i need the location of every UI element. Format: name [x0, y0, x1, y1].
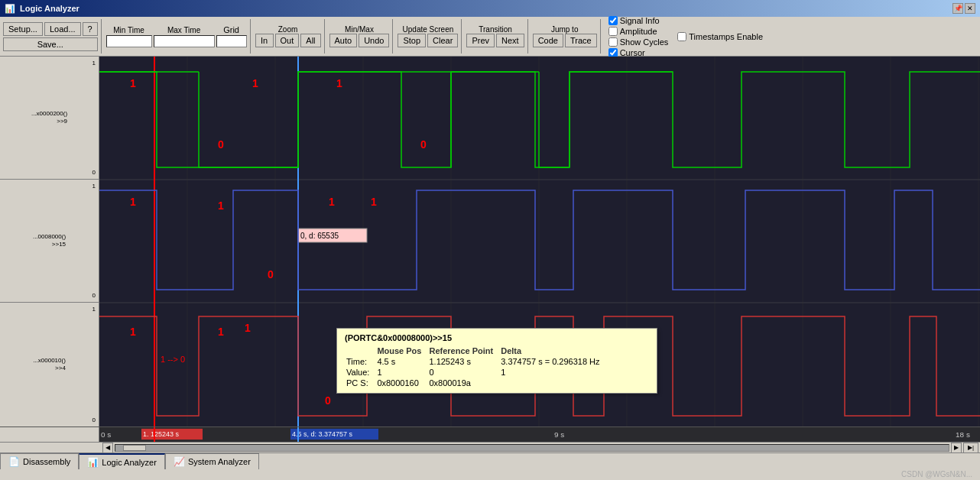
svg-text:1: 1 — [218, 326, 224, 338]
tooltip-time-ref: 1.125243 s — [427, 356, 499, 367]
signal-label-1: 1 ...0008000()>>15 0 — [0, 180, 99, 303]
tab-disassembly[interactable]: 📄 Disassembly — [0, 453, 79, 469]
zoom-out-button[interactable]: Out — [275, 34, 300, 47]
zoom-all-button[interactable]: All — [300, 34, 320, 47]
tooltip-time-label: Time: — [345, 356, 375, 367]
svg-text:1: 1 — [329, 196, 335, 208]
scroll-track[interactable] — [115, 444, 949, 452]
amplitude-checkbox[interactable] — [608, 27, 618, 36]
clear-button[interactable]: Clear — [427, 34, 458, 47]
load-button[interactable]: Load... — [44, 22, 81, 36]
title-bar: 📊 Logic Analyzer 📌 ✕ — [0, 0, 980, 17]
scroll-left-button[interactable]: ◀ — [102, 443, 113, 453]
prev-button[interactable]: Prev — [466, 34, 495, 47]
svg-text:0 s: 0 s — [101, 431, 111, 439]
transition-controls: Transition Prev Next — [466, 25, 524, 47]
setup-button[interactable]: Setup... — [3, 22, 43, 36]
svg-text:1. 125243 s: 1. 125243 s — [143, 431, 180, 439]
jumpto-buttons: Code Trace — [533, 34, 597, 47]
disassembly-icon: 📄 — [8, 456, 20, 467]
trace-button[interactable]: Trace — [565, 34, 597, 47]
title-bar-controls: 📌 ✕ — [952, 3, 975, 14]
system-analyzer-icon: 📈 — [174, 456, 185, 467]
signal-label-0: 1 ...x0000200()>>9 0 — [0, 57, 99, 180]
signal-tooltip: (PORTC&0x00008000)>>15 Mouse Pos Referen… — [336, 328, 657, 394]
max-time-input[interactable]: 38.28511 s — [154, 35, 215, 47]
pin-button[interactable]: 📌 — [952, 3, 963, 14]
min-time-input[interactable]: 0 s — [106, 35, 152, 47]
timeline-svg: 0 s 1. 125243 s 4.5 s, d: 3.374757 s 9 s… — [99, 427, 980, 442]
tooltip-pcs-mouse: 0x8000160 — [375, 378, 427, 388]
minmax-group: Min/Max Auto Undo — [329, 19, 394, 54]
svg-text:1: 1 — [130, 326, 136, 338]
help-button[interactable]: ? — [83, 22, 98, 36]
show-cycles-label: Show Cycles — [620, 37, 669, 47]
tooltip-value-ref: 0 — [427, 367, 499, 378]
signal-labels-panel: 1 ...x0000200()>>9 0 1 ...0008000()>>15 … — [0, 57, 99, 426]
save-button[interactable]: Save... — [3, 37, 98, 51]
code-button[interactable]: Code — [533, 34, 563, 47]
auto-button[interactable]: Auto — [329, 34, 358, 47]
svg-text:1: 1 — [371, 196, 377, 208]
update-label: Update Screen — [403, 25, 454, 34]
signal-info-checkbox[interactable] — [608, 16, 618, 25]
close-button[interactable]: ✕ — [965, 3, 975, 14]
tooltip-table: Mouse Pos Reference Point Delta Time: 4.… — [345, 345, 606, 388]
svg-text:0: 0 — [268, 268, 274, 281]
tooltip-value-mouse: 1 — [375, 367, 427, 378]
minmax-label: Min/Max — [345, 25, 374, 34]
svg-text:1: 1 — [336, 77, 342, 89]
stop-button[interactable]: Stop — [398, 34, 426, 47]
scroll-end-button[interactable]: ▶| — [963, 443, 978, 453]
transition-buttons: Prev Next — [466, 34, 524, 47]
next-button[interactable]: Next — [496, 34, 524, 47]
timestamps-checkbox[interactable] — [677, 32, 686, 41]
max-time-group: Max Time 38.28511 s — [154, 26, 215, 47]
toolbar: Setup... Load... ? Save... Min Time 0 s … — [0, 17, 980, 57]
min-time-group: Min Time 0 s — [106, 26, 152, 47]
cursor-row: Cursor — [608, 48, 669, 57]
status-bar: 📄 Disassembly 📊 Logic Analyzer 📈 System … — [0, 452, 980, 469]
svg-text:1: 1 — [245, 322, 251, 334]
grid-input[interactable]: 1 s — [216, 35, 247, 47]
svg-text:1: 1 — [252, 77, 258, 89]
tab-logic-analyzer[interactable]: 📊 Logic Analyzer — [79, 453, 165, 469]
tooltip-title: (PORTC&0x00008000)>>15 — [345, 333, 649, 342]
svg-text:18 s: 18 s — [956, 431, 970, 439]
tooltip-pcs-label: PC S: — [345, 378, 375, 388]
main-waveform-area: 1 ...x0000200()>>9 0 1 ...0008000()>>15 … — [0, 57, 980, 426]
cursor-checkbox[interactable] — [608, 48, 618, 57]
tooltip-pcs-delta — [499, 378, 605, 388]
grid-group: Grid 1 s — [216, 25, 247, 47]
transition-label: Transition — [479, 25, 512, 34]
logic-analyzer-icon: 📊 — [87, 457, 99, 468]
amplitude-row: Amplitude — [608, 27, 669, 36]
svg-text:0: 0 — [420, 138, 427, 151]
timeline-bar: 0 s 1. 125243 s 4.5 s, d: 3.374757 s 9 s… — [0, 426, 980, 442]
update-buttons: Stop Clear — [398, 34, 458, 47]
tooltip-time-mouse: 4.5 s — [375, 356, 427, 367]
undo-button[interactable]: Undo — [359, 34, 389, 47]
tab-system-analyzer[interactable]: 📈 System Analyzer — [165, 453, 259, 469]
show-cycles-checkbox[interactable] — [608, 37, 618, 47]
tooltip-header-1: Mouse Pos — [375, 345, 427, 356]
zoom-in-button[interactable]: In — [255, 34, 274, 47]
disassembly-label: Disassembly — [23, 457, 70, 466]
scroll-thumb[interactable] — [123, 445, 146, 451]
horizontal-scrollbar: ◀ ▶ ▶| — [0, 442, 980, 452]
tooltip-header-0 — [345, 345, 375, 356]
svg-text:0: 0 — [325, 394, 331, 407]
zoom-label: Zoom — [278, 25, 298, 34]
grid-label: Grid — [223, 25, 239, 34]
svg-text:1: 1 — [130, 196, 136, 208]
scroll-right-button[interactable]: ▶ — [951, 443, 962, 453]
svg-text:0,  d: 65535: 0, d: 65535 — [300, 232, 339, 240]
waveform-canvas[interactable]: 0 1 1 1 0 0, d: 65535 1 1 0 1 1 0 label … — [99, 57, 980, 426]
tooltip-value-delta: 1 — [499, 367, 605, 378]
svg-text:4.5 s,  d: 3.374757 s: 4.5 s, d: 3.374757 s — [292, 431, 353, 439]
svg-text:1: 1 — [130, 77, 136, 89]
svg-text:1 --> 0: 1 --> 0 — [161, 355, 185, 364]
signal-info-label: Signal Info — [620, 16, 660, 25]
tooltip-pcs-ref: 0x800019a — [427, 378, 499, 388]
signal-info-row: Signal Info — [608, 16, 669, 25]
